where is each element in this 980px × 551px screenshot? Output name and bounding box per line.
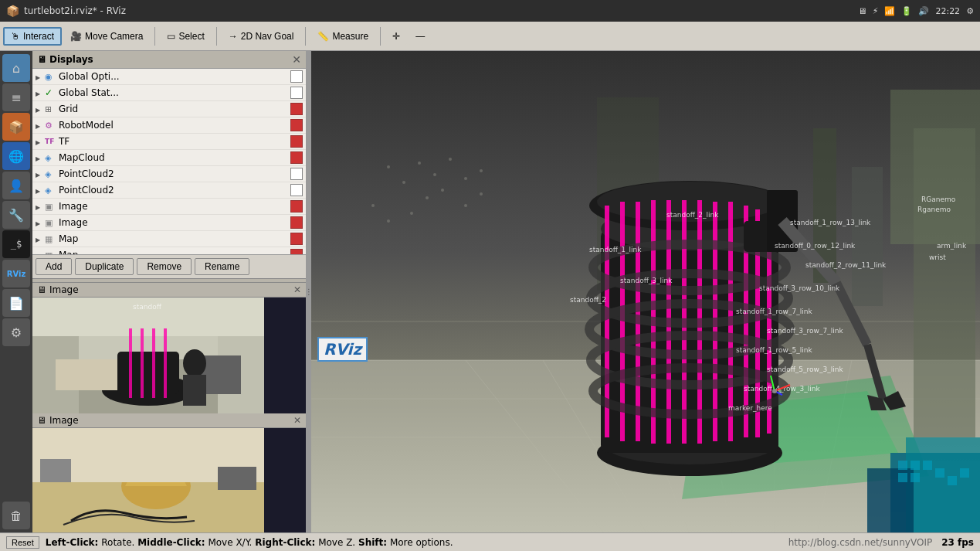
titlebar-left: 📦 turtlebot2i.rviz* - RViz — [6, 5, 126, 17]
arrow-map-1 — [36, 235, 45, 243]
icon-pointcloud2-1: ◈ — [45, 169, 57, 179]
checkbox-pointcloud2-2[interactable] — [290, 184, 303, 196]
svg-text:standoff_1_link: standoff_1_link — [589, 246, 642, 253]
display-item-grid[interactable]: ⊞ Grid — [32, 101, 306, 117]
minus-button[interactable]: — — [409, 28, 432, 45]
sidebar-icon-home[interactable]: ⌂ — [2, 54, 30, 82]
icon-grid: ⊞ — [45, 104, 57, 114]
separator-2 — [216, 27, 217, 46]
move-camera-label: Move Camera — [85, 31, 143, 42]
svg-text:standoff_3_row_7_link: standoff_3_row_7_link — [767, 327, 843, 335]
displays-list[interactable]: ◉ Global Opti... ✓ Global Stat... ⊞ Grid — [32, 69, 306, 254]
svg-rect-48 — [923, 461, 932, 470]
move-camera-icon: 🎥 — [70, 31, 82, 42]
icon-image-2: ▣ — [45, 218, 57, 228]
svg-point-105 — [433, 173, 436, 176]
label-grid: Grid — [59, 104, 290, 114]
image-panel-1-close[interactable]: ✕ — [293, 284, 301, 295]
sidebar-icon-package[interactable]: 📦 — [2, 113, 30, 141]
image-panel-2-close[interactable]: ✕ — [293, 415, 301, 426]
display-item-robotmodel[interactable]: ⚙ RobotModel — [32, 117, 306, 134]
arrow-global-options — [36, 73, 45, 81]
svg-text:standoff_2_row_11_link: standoff_2_row_11_link — [805, 261, 887, 269]
display-item-image-1[interactable]: ▣ Image — [32, 199, 306, 215]
select-button[interactable]: ▭ Select — [160, 28, 211, 45]
svg-point-102 — [387, 165, 390, 168]
display-item-global-status[interactable]: ✓ Global Stat... — [32, 85, 306, 101]
display-item-map-2[interactable]: ▦ Map — [32, 247, 306, 254]
measure-label: Measure — [332, 31, 368, 42]
checkbox-pointcloud2-1[interactable] — [290, 168, 303, 180]
icon-mapcloud: ◈ — [45, 153, 57, 163]
checkbox-global-status[interactable] — [290, 87, 303, 99]
nav-goal-button[interactable]: → 2D Nav Goal — [222, 28, 301, 45]
svg-rect-10 — [164, 328, 167, 398]
svg-text:standoff_2_link: standoff_2_link — [666, 211, 719, 219]
svg-text:standoff_2: standoff_2 — [570, 296, 606, 304]
statusbar-right: http://blog.csdn.net/sunnyVOIP 23 fps — [788, 537, 974, 548]
displays-close-button[interactable]: ✕ — [292, 53, 301, 66]
duplicate-display-button[interactable]: Duplicate — [75, 258, 134, 275]
checkbox-map-2[interactable] — [290, 249, 303, 254]
svg-rect-37 — [890, 90, 980, 244]
svg-text:standoff_3_link: standoff_3_link — [620, 277, 673, 284]
image-panel-2-label: Image — [49, 415, 79, 426]
svg-rect-8 — [141, 328, 144, 398]
svg-text:standoff_1_row_7_link: standoff_1_row_7_link — [736, 308, 812, 315]
display-item-mapcloud[interactable]: ◈ MapCloud — [32, 150, 306, 166]
label-global-options: Global Opti... — [59, 71, 290, 82]
move-camera-button[interactable]: 🎥 Move Camera — [63, 28, 150, 45]
checkbox-mapcloud[interactable] — [290, 151, 303, 164]
svg-rect-49 — [898, 473, 907, 482]
svg-point-104 — [418, 162, 421, 165]
display-item-tf[interactable]: TF TF — [32, 134, 306, 150]
plus-button[interactable]: ✛ — [385, 28, 407, 45]
interact-button[interactable]: 🖱 Interact — [3, 27, 62, 46]
battery-icon: 🔋 — [901, 6, 912, 16]
checkbox-map-1[interactable] — [290, 233, 303, 245]
sidebar-icon-globe[interactable]: 🌐 — [2, 142, 30, 170]
checkbox-robotmodel[interactable] — [290, 119, 303, 131]
titlebar: 📦 turtlebot2i.rviz* - RViz 🖥 ⚡ 📶 🔋 🔊 22:… — [0, 0, 980, 22]
sidebar-icon-layers[interactable]: ≡ — [2, 83, 30, 111]
svg-rect-47 — [910, 461, 920, 470]
checkbox-tf[interactable] — [290, 135, 303, 148]
bluetooth-icon: ⚡ — [873, 6, 879, 16]
sidebar-icon-tools[interactable]: 🔧 — [2, 201, 30, 229]
volume-icon: 🔊 — [918, 6, 929, 16]
display-item-map-1[interactable]: ▦ Map — [32, 231, 306, 247]
sidebar-icon-rviz[interactable]: RViz — [2, 260, 30, 287]
viewport-3d[interactable]: standoff_1_row_13_link standoff_0_row_12… — [311, 51, 980, 532]
separator-1 — [154, 27, 155, 46]
displays-header-left: 🖥 Displays — [37, 54, 93, 65]
sidebar-icon-person[interactable]: 👤 — [2, 172, 30, 199]
image-panel-2-icon: 🖥 — [37, 415, 46, 426]
interact-label: Interact — [23, 31, 54, 42]
measure-button[interactable]: 📏 Measure — [310, 28, 375, 45]
sidebar-icon-gear[interactable]: ⚙ — [2, 318, 30, 346]
display-item-image-2[interactable]: ▣ Image — [32, 215, 306, 231]
rename-display-button[interactable]: Rename — [195, 258, 249, 275]
interact-icon: 🖱 — [11, 31, 20, 42]
arrow-global-status — [36, 89, 45, 97]
remove-display-button[interactable]: Remove — [137, 258, 192, 275]
svg-text:wrist: wrist — [929, 253, 946, 261]
svg-text:arm_link: arm_link — [937, 242, 967, 250]
display-item-pointcloud2-2[interactable]: ◈ PointCloud2 — [32, 182, 306, 199]
reset-button[interactable]: Reset — [6, 536, 39, 549]
svg-point-109 — [371, 204, 375, 207]
image-panel-2-header: 🖥 Image ✕ — [32, 413, 306, 428]
checkbox-image-2[interactable] — [290, 216, 303, 229]
checkbox-image-1[interactable] — [290, 200, 303, 213]
sidebar-icon-terminal[interactable]: _$ — [2, 230, 30, 258]
settings-icon: ⚙ — [966, 6, 974, 16]
nav-goal-label: 2D Nav Goal — [241, 31, 294, 42]
checkbox-global-options[interactable] — [290, 70, 303, 83]
add-display-button[interactable]: Add — [36, 258, 72, 275]
display-item-global-options[interactable]: ◉ Global Opti... — [32, 69, 306, 85]
checkbox-grid[interactable] — [290, 103, 303, 115]
select-label: Select — [178, 31, 204, 42]
sidebar-icon-file[interactable]: 📄 — [2, 289, 30, 317]
sidebar-icon-trash[interactable]: 🗑 — [2, 502, 30, 529]
display-item-pointcloud2-1[interactable]: ◈ PointCloud2 — [32, 166, 306, 182]
